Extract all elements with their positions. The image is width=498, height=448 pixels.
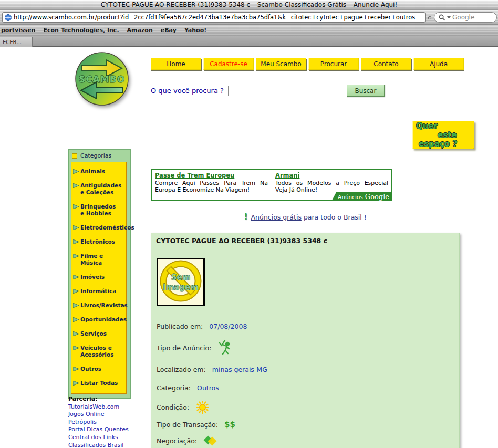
page-content: SCAMBO Home Cadastre-se Meu Scambo Procu… xyxy=(0,47,498,448)
product-panel: CYTOTEC PAGUE AO RECEBER (31)9383 5348 c… xyxy=(151,233,460,448)
bookmark-item[interactable]: eBay xyxy=(161,27,177,34)
sidebar-item-outros[interactable]: Outros xyxy=(71,362,126,376)
nav-cadastre-button[interactable]: Cadastre-se xyxy=(203,58,254,70)
google-search-field[interactable]: Google xyxy=(434,12,497,23)
nav-ajuda-button[interactable]: Ajuda xyxy=(413,58,464,70)
categories-title: Categorias xyxy=(80,152,111,159)
partner-link[interactable]: Petrópolis xyxy=(68,419,129,426)
detail-row-tipo-anuncio: Tipo de Anúncio: xyxy=(157,340,232,356)
google-ads-box: Passe de Trem Europeu Compre Aqui Passes… xyxy=(151,169,392,201)
sidebar-item-oportunidades[interactable]: Oportunidades xyxy=(71,312,126,327)
detail-label: Publicado em: xyxy=(157,322,203,330)
arrow-bullet-icon xyxy=(73,239,79,244)
yellow-square-icon xyxy=(72,153,77,159)
banner-text: para todo o Brasil ! xyxy=(302,213,367,221)
product-title: CYTOTEC PAGUE AO RECEBER (31)9383 5348 c xyxy=(156,237,327,245)
sidebar-item-filme-musica[interactable]: Filme e Música xyxy=(71,249,126,270)
diamonds-icon xyxy=(203,435,219,446)
nav-home-button[interactable]: Home xyxy=(151,58,201,70)
sidebar-item-veiculos[interactable]: Veículos e Acessórios xyxy=(71,341,126,362)
sidebar-item-imoveis[interactable]: Imóveis xyxy=(71,270,126,284)
person-check-icon xyxy=(217,340,232,356)
logo-text: SCAMBO xyxy=(79,74,125,85)
nav-meu-scambo-button[interactable]: Meu Scambo xyxy=(256,58,306,70)
partner-link[interactable]: Jogos Online xyxy=(68,411,129,419)
google-search-placeholder: Google xyxy=(452,14,474,21)
chevron-down-icon xyxy=(447,16,451,19)
sidebar-item-animais[interactable]: Animais xyxy=(71,164,126,179)
sidebar-item-antiguidades[interactable]: Antiguidades e Coleções xyxy=(71,179,126,200)
arrow-bullet-icon xyxy=(73,183,79,188)
detail-label: Categoria: xyxy=(157,384,191,392)
detail-label: Tipo de Anúncio: xyxy=(157,344,211,352)
arrow-bullet-icon xyxy=(73,303,79,308)
main-nav: Home Cadastre-se Meu Scambo Procurar Con… xyxy=(151,58,464,70)
bookmark-indicator-icon xyxy=(428,16,431,19)
detail-label: Tipo de Transação: xyxy=(157,421,218,429)
site-search: O que você procura ? Buscar xyxy=(151,85,385,97)
arrow-bullet-icon xyxy=(73,289,79,294)
detail-row-publicado: Publicado em: 07/08/2008 xyxy=(157,322,247,330)
bookmark-item[interactable]: Econ Technologies, Inc. xyxy=(43,27,119,34)
partner-link[interactable]: TutoriaisWeb.com xyxy=(68,403,129,411)
arrow-bullet-icon xyxy=(73,169,79,174)
arrow-bullet-icon xyxy=(73,381,79,386)
nav-contato-button[interactable]: Contato xyxy=(361,58,411,70)
ad-space-banner[interactable]: Quer este espaço ? xyxy=(412,121,474,149)
partner-link[interactable]: Portal Dicas Quentes xyxy=(68,426,129,434)
no-image-text: Sem xyxy=(171,273,191,282)
sidebar-item-livros[interactable]: Livros/Revistas xyxy=(71,298,126,312)
arrow-bullet-icon xyxy=(73,367,79,371)
detail-row-negociacao: Negociação: xyxy=(157,435,219,446)
partner-link[interactable]: Central dos Links xyxy=(68,434,129,442)
bookmarks-bar: portvissen Econ Technologies, Inc. Amazo… xyxy=(0,25,498,36)
magnifier-icon xyxy=(439,14,445,21)
bookmark-item[interactable]: portvissen xyxy=(1,27,35,34)
partners-block: Parceria: TutoriaisWeb.com Jogos Online … xyxy=(68,395,129,448)
sidebar-item-eletrodomesticos[interactable]: Eletrodomésticos xyxy=(71,221,126,235)
ad-link[interactable]: Armani xyxy=(275,172,388,179)
globe-icon xyxy=(5,14,12,21)
anuncios-google-badge[interactable]: Anúncios Google xyxy=(331,192,392,201)
categories-panel: Animais Antiguidades e Coleções Brinqued… xyxy=(71,162,127,394)
location-link[interactable]: minas gerais-MG xyxy=(212,366,267,373)
exclamation-icon: ! xyxy=(244,212,247,222)
buscar-button[interactable]: Buscar xyxy=(347,85,385,97)
url-input[interactable] xyxy=(14,14,423,21)
sidebar-item-servicos[interactable]: Serviços xyxy=(71,327,126,341)
partner-link[interactable]: Classificados Brasil xyxy=(68,442,129,448)
dollar-signs: $$ xyxy=(224,420,235,429)
sun-icon xyxy=(195,400,210,414)
nav-procurar-button[interactable]: Procurar xyxy=(308,58,359,70)
google-ad: Armani Todos os Modelos a Preço Especial… xyxy=(275,172,388,193)
ad-space-line: este xyxy=(412,131,474,140)
sidebar-item-brinquedos[interactable]: Brinquedos e Hobbies xyxy=(71,200,126,221)
address-bar[interactable] xyxy=(2,12,426,23)
ad-text: Compre Aqui Passes Para Trem Na Europa E… xyxy=(155,180,268,193)
browser-window: CYTOTEC PAGUE AO RECEBER (31)9383 5348 c… xyxy=(0,0,498,448)
detail-label: Negociação: xyxy=(157,437,197,445)
site-search-input[interactable] xyxy=(228,86,341,96)
window-title: CYTOTEC PAGUE AO RECEBER (31)9383 5348 c… xyxy=(101,1,398,8)
ad-link[interactable]: Passe de Trem Europeu xyxy=(155,172,268,179)
bookmark-item[interactable]: Yahoo! xyxy=(184,27,206,34)
scambo-logo[interactable]: SCAMBO xyxy=(75,51,130,111)
anuncios-gratis-link[interactable]: Anúncios grátis xyxy=(251,213,301,221)
browser-tab[interactable]: ECEB... xyxy=(0,37,33,47)
google-logo: Google xyxy=(365,193,389,201)
sidebar-item-informatica[interactable]: Informática xyxy=(71,284,126,298)
category-link[interactable]: Outros xyxy=(197,384,219,392)
detail-row-transacao: Tipo de Transação: $$ xyxy=(157,420,235,429)
ad-text: Todos os Modelos a Preço Especial Veja J… xyxy=(275,180,388,193)
no-image-placeholder: Sem imagem xyxy=(157,258,205,306)
google-ad: Passe de Trem Europeu Compre Aqui Passes… xyxy=(155,172,268,193)
bookmark-item[interactable]: Amazon xyxy=(127,27,153,34)
detail-row-categoria: Categoria: Outros xyxy=(157,384,219,392)
categories-header: Categorias xyxy=(69,150,130,161)
detail-row-localizado: Localizado em: minas gerais-MG xyxy=(157,366,267,373)
sidebar-item-eletronicos[interactable]: Eletrônicos xyxy=(71,235,126,249)
sidebar-item-listar-todas[interactable]: Listar Todas xyxy=(71,376,126,390)
tab-bar: ECEB... xyxy=(0,36,498,47)
arrow-bullet-icon xyxy=(73,331,79,336)
ad-space-line: Quer xyxy=(412,122,474,131)
